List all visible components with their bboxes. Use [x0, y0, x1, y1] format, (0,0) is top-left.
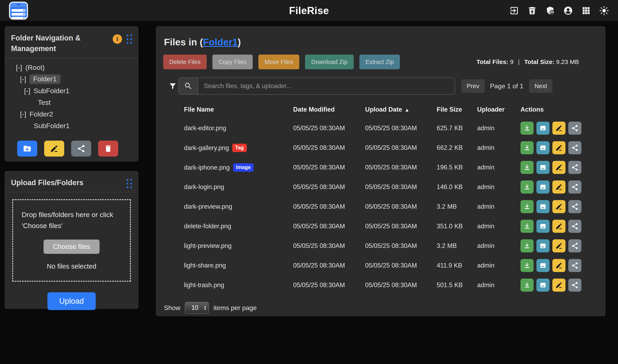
app-title: FileRise — [289, 5, 329, 16]
download-zip-button[interactable]: Download Zip — [305, 54, 354, 69]
file-name-cell[interactable]: light-trash.png — [184, 281, 293, 289]
info-icon[interactable]: i — [113, 34, 122, 44]
download-button[interactable] — [521, 259, 534, 272]
download-button[interactable] — [521, 161, 534, 174]
share-button[interactable] — [568, 200, 581, 213]
folder-action-buttons — [4, 132, 139, 156]
drag-handle-icon[interactable] — [127, 179, 132, 188]
preview-button[interactable] — [537, 200, 550, 213]
preview-button[interactable] — [537, 141, 550, 154]
rename-button[interactable] — [552, 161, 565, 174]
collapse-toggle[interactable]: [-] — [24, 87, 30, 95]
share-button[interactable] — [568, 259, 581, 272]
logo-bar — [12, 17, 26, 19]
column-file-size[interactable]: File Size — [437, 106, 477, 113]
file-name-cell[interactable]: dark-login.png — [184, 183, 293, 191]
download-button[interactable] — [521, 181, 534, 194]
rename-button[interactable] — [552, 181, 565, 194]
spinner-arrows-icon[interactable]: ▲▼ — [204, 305, 207, 310]
upload-date-cell: 05/05/25 08:30AM — [365, 203, 437, 210]
download-button[interactable] — [521, 239, 534, 252]
preview-button[interactable] — [537, 161, 550, 174]
create-folder-button[interactable] — [17, 141, 37, 156]
column-file-name[interactable]: File Name — [184, 106, 293, 113]
folder-tree-item-subfolder1[interactable]: [-]SubFolder1 — [4, 85, 139, 97]
folder-tree-item-folder2[interactable]: [-]Folder2 — [4, 108, 139, 120]
extract-zip-button[interactable]: Extract Zip — [359, 54, 400, 69]
download-button[interactable] — [521, 141, 534, 154]
search-input[interactable] — [198, 78, 455, 95]
logout-icon[interactable] — [509, 6, 519, 15]
per-page-select[interactable]: 10 ▲▼ — [185, 302, 209, 314]
rename-button[interactable] — [552, 141, 565, 154]
preview-button[interactable] — [537, 220, 550, 233]
delete-files-button[interactable]: Delete Files — [163, 54, 207, 69]
folder-tree-item-test[interactable]: Test — [4, 97, 139, 108]
folder-tree-item-root[interactable]: [-](Root) — [4, 62, 139, 73]
prev-page-button[interactable]: Prev — [461, 79, 485, 93]
upload-button[interactable]: Upload — [47, 292, 96, 310]
current-folder-link[interactable]: Folder1 — [203, 37, 238, 47]
file-dropzone[interactable]: Drop files/folders here or click 'Choose… — [12, 199, 131, 282]
collapse-toggle[interactable]: [-] — [20, 110, 26, 118]
delete-folder-button[interactable] — [98, 141, 118, 156]
file-name-cell[interactable]: light-preview.png — [184, 242, 293, 249]
preview-button[interactable] — [537, 181, 550, 194]
move-files-button[interactable]: Move Files — [258, 54, 299, 69]
share-button[interactable] — [568, 141, 581, 154]
next-page-button[interactable]: Next — [529, 79, 552, 93]
choose-files-button[interactable]: Choose files — [43, 240, 100, 254]
column-upload-date[interactable]: Upload Date▲ — [365, 106, 437, 113]
share-button[interactable] — [568, 279, 581, 292]
file-name-cell[interactable]: light-share.png — [184, 262, 293, 269]
file-name-cell[interactable]: delete-folder.png — [184, 222, 293, 230]
upload-date-cell: 05/05/25 08:30AM — [365, 242, 437, 249]
rename-button[interactable] — [552, 279, 565, 292]
trash-restore-icon[interactable] — [527, 6, 537, 15]
preview-button[interactable] — [537, 279, 550, 292]
preview-button[interactable] — [537, 122, 550, 135]
column-date-modified[interactable]: Date Modified — [293, 106, 365, 113]
file-size-cell: 196.5 KB — [437, 164, 477, 171]
column-uploader[interactable]: Uploader — [477, 106, 521, 113]
share-button[interactable] — [568, 122, 581, 135]
rename-button[interactable] — [552, 122, 565, 135]
file-name-cell[interactable]: dark-gallery.pngTag — [184, 144, 293, 152]
file-name-cell[interactable]: dark-editor.png — [184, 124, 293, 132]
share-button[interactable] — [568, 239, 581, 252]
collapse-toggle[interactable]: [-] — [16, 64, 22, 72]
admin-shield-icon[interactable] — [545, 6, 555, 15]
rename-button[interactable] — [552, 200, 565, 213]
download-button[interactable] — [521, 279, 534, 292]
items-per-page-control: Show 10 ▲▼ items per page — [163, 302, 598, 314]
rename-folder-button[interactable] — [44, 141, 64, 156]
share-button[interactable] — [568, 161, 581, 174]
uploader-cell: admin — [477, 262, 521, 269]
preview-button[interactable] — [537, 239, 550, 252]
file-name-cell[interactable]: dark-iphone.pngImage — [184, 163, 293, 172]
collapse-toggle[interactable]: [-] — [20, 75, 26, 83]
download-button[interactable] — [521, 220, 534, 233]
download-button[interactable] — [521, 122, 534, 135]
rename-button[interactable] — [552, 259, 565, 272]
apps-grid-icon[interactable] — [581, 6, 591, 15]
share-folder-button[interactable] — [71, 141, 91, 156]
account-icon[interactable] — [563, 6, 573, 15]
rename-button[interactable] — [552, 220, 565, 233]
share-button[interactable] — [568, 181, 581, 194]
table-row: light-preview.png05/05/25 08:30AM05/05/2… — [163, 236, 598, 256]
filter-icon[interactable] — [169, 81, 177, 91]
copy-files-button[interactable]: Copy Files — [212, 54, 253, 69]
share-button[interactable] — [568, 220, 581, 233]
file-name-cell[interactable]: dark-preview.png — [184, 203, 293, 210]
folder-tree-item-folder1[interactable]: [-]Folder1 — [4, 73, 139, 85]
preview-button[interactable] — [537, 259, 550, 272]
download-button[interactable] — [521, 200, 534, 213]
light-mode-icon[interactable] — [599, 6, 609, 15]
filerise-logo-icon[interactable] — [9, 2, 28, 20]
table-row: dark-login.png05/05/25 08:30AM05/05/25 0… — [163, 177, 598, 197]
table-row: dark-iphone.pngImage05/05/25 08:30AM05/0… — [163, 157, 598, 177]
drag-handle-icon[interactable] — [127, 35, 132, 44]
rename-button[interactable] — [552, 239, 565, 252]
folder-tree-item-subfolder1[interactable]: SubFolder1 — [4, 120, 139, 132]
